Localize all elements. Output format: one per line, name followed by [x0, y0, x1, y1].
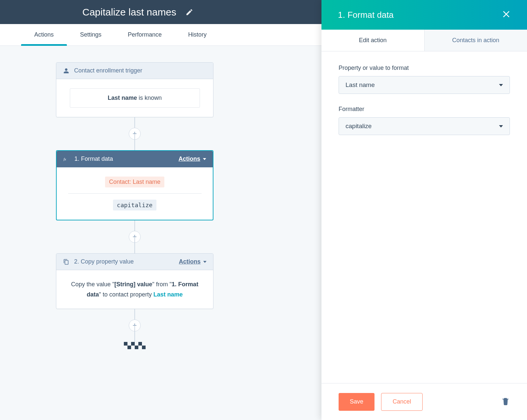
finish-flag-icon [124, 342, 146, 352]
tab-history[interactable]: History [175, 24, 220, 45]
chevron-down-icon [499, 125, 503, 127]
copy-value-name: [String] value [114, 281, 152, 288]
panel-title: 1. Format data [338, 10, 394, 20]
trigger-property: Last name [108, 95, 137, 101]
trigger-header: Contact enrollment trigger [56, 63, 213, 79]
svg-rect-1 [124, 342, 127, 346]
edit-title-icon[interactable] [185, 8, 193, 16]
svg-rect-4 [127, 346, 131, 349]
workflow-title: Capitalize last names [82, 7, 176, 18]
copy-property-card[interactable]: 2. Copy property value Actions Copy the … [56, 253, 213, 309]
actions-label: Actions [179, 155, 200, 162]
panel-tab-contacts-in-action[interactable]: Contacts in action [424, 30, 527, 51]
trigger-card[interactable]: Contact enrollment trigger Last name is … [56, 62, 213, 117]
format-data-header: fx 1. Format data Actions [57, 151, 213, 167]
copy-property-header: 2. Copy property value Actions [56, 254, 213, 270]
copy-text-mid2: " to contact property [99, 291, 153, 298]
fx-icon: fx [63, 156, 70, 162]
save-button[interactable]: Save [339, 393, 374, 411]
svg-rect-3 [138, 342, 142, 346]
connector-1: + [56, 117, 213, 150]
panel-footer: Save Cancel [321, 383, 527, 420]
format-data-title: 1. Format data [74, 155, 113, 162]
panel-tabs: Edit action Contacts in action [321, 30, 527, 51]
copy-property-actions-menu[interactable]: Actions [179, 258, 207, 265]
svg-rect-2 [131, 342, 135, 346]
person-icon [63, 68, 69, 74]
divider [68, 193, 202, 194]
cancel-button[interactable]: Cancel [381, 393, 423, 411]
delete-button[interactable] [501, 397, 510, 407]
tab-performance[interactable]: Performance [115, 24, 175, 45]
property-select-label: Property or value to format [339, 65, 510, 71]
actions-label: Actions [179, 258, 201, 265]
formatter-code: capitalize [113, 200, 156, 210]
copy-property-title: 2. Copy property value [74, 258, 134, 265]
panel-header: 1. Format data [321, 0, 527, 30]
property-select[interactable]: Last name [339, 76, 510, 94]
connector-3: + [56, 309, 213, 342]
property-token: Contact: Last name [105, 177, 164, 187]
copy-text-pre: Copy the value " [71, 281, 114, 288]
side-panel: 1. Format data Edit action Contacts in a… [321, 0, 527, 420]
svg-rect-5 [135, 346, 138, 349]
property-select-value: Last name [346, 81, 375, 89]
trigger-suffix: is known [137, 95, 162, 101]
chevron-down-icon [203, 261, 207, 263]
copy-text-mid: " from " [152, 281, 172, 288]
svg-text:fx: fx [64, 157, 66, 161]
connector-2: + [56, 220, 213, 253]
trigger-title: Contact enrollment trigger [74, 67, 142, 74]
formatter-select[interactable]: capitalize [339, 117, 510, 135]
formatter-select-label: Formatter [339, 106, 510, 113]
copy-icon [63, 259, 69, 265]
chevron-down-icon [203, 158, 206, 160]
tab-settings[interactable]: Settings [67, 24, 115, 45]
copy-property-body: Copy the value "[String] value" from "1.… [56, 270, 213, 309]
close-panel-button[interactable] [502, 10, 511, 20]
copy-target-property: Last name [153, 291, 183, 298]
panel-body: Property or value to format Last name Fo… [321, 51, 527, 383]
formatter-select-value: capitalize [346, 123, 372, 130]
panel-tab-edit-action[interactable]: Edit action [321, 30, 424, 51]
format-data-actions-menu[interactable]: Actions [179, 155, 206, 162]
tab-actions[interactable]: Actions [21, 24, 67, 45]
svg-rect-6 [142, 346, 146, 349]
trigger-condition[interactable]: Last name is known [70, 88, 200, 108]
chevron-down-icon [499, 84, 503, 86]
format-data-card[interactable]: fx 1. Format data Actions Contact: Last … [56, 150, 213, 220]
